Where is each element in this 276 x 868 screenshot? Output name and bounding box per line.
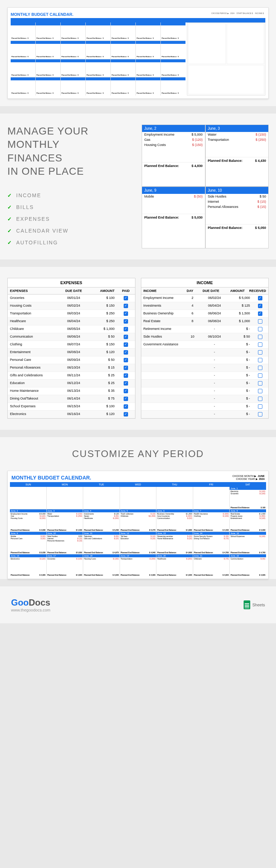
calendar-cell: June, 3Water$ (150)Transportation$ (250)… (47, 509, 83, 531)
checkbox[interactable] (258, 389, 262, 393)
expenses-table: EXPENSES EXPENSESDUE DATEAMOUNTPAID Groc… (7, 278, 135, 419)
features-heading: MANAGE YOUR MONTHLY FINANCES IN ONE PLAC… (7, 125, 134, 178)
calendar-cell: June, 7Health Insurance$ (300)Clothing$ … (193, 509, 230, 531)
table-row: Government Assistance-$ - (141, 341, 269, 349)
check-icon: ✓ (7, 216, 13, 222)
checkbox[interactable] (124, 412, 128, 416)
checkbox[interactable] (124, 366, 128, 370)
checkbox[interactable] (258, 296, 262, 300)
customize-section: CUSTOMIZE ANY PERIOD MONTHLY BUDGET CALE… (0, 437, 276, 579)
table-row: Personal Allowances06/10/24$ 15 (8, 364, 135, 372)
table-row: Home Maintenance06/13/24$ 35 (8, 387, 135, 395)
calendar-cell: June, 11Television$ (50)Gifts and Celebr… (83, 532, 120, 554)
table-row: Investments406/04/24$ 125 (141, 302, 269, 310)
hero-title: MONTHLY BUDGET CALENDAR. (11, 11, 74, 18)
checkbox[interactable] (124, 304, 128, 308)
table-row: -$ - (141, 356, 269, 364)
table-row: Side Hustles1006/10/24$ 50 (141, 333, 269, 341)
table-row: Transportation06/03/24$ 250 (8, 310, 135, 318)
calendar-cell: June, 2Employment Income$ 5,000Gas$ (120… (10, 509, 46, 531)
checkbox[interactable] (258, 342, 262, 347)
day-cells-preview: June, 2Employment Income$ 5,000Gas$ (120… (142, 125, 269, 248)
checkbox[interactable] (124, 389, 128, 393)
checkbox[interactable] (258, 373, 262, 378)
mini-calendar: MONTHLY BUDGET CALENDAR. CHOOSE MONTH ▶ … (7, 471, 269, 579)
logo: GooDocs www.thegoodocs.com (11, 597, 50, 612)
table-row: Retirement Income-$ - (141, 325, 269, 333)
customize-heading: CUSTOMIZE ANY PERIOD (0, 437, 276, 471)
table-row: -$ - (141, 411, 269, 418)
day-cell: June, 2Employment Income$ 5,000Gas$ (120… (142, 125, 205, 187)
table-row: -$ - (141, 380, 269, 387)
calendar-cell: June, 18Housing Costs$ (150)Planned End … (83, 554, 120, 576)
calendar-cell (47, 487, 83, 509)
calendar-cell: June, 1Electricity$ (100)Groceries$ (100… (230, 487, 266, 509)
checkbox[interactable] (124, 397, 128, 401)
table-row: School Expenses06/15/24$ 100 (8, 403, 135, 411)
checkbox[interactable] (258, 311, 262, 316)
calendar-cell: June, 6Business Ownership$ 1,500Auto Ins… (156, 509, 193, 531)
calendar-cell: June, 12Toll fees$ (10)Education$ (25)Pl… (120, 532, 156, 554)
hero-section: MONTHLY BUDGET CALENDAR. CHOOSE PERIOD ▶… (0, 0, 276, 106)
checkbox[interactable] (258, 304, 262, 308)
calendar-cell: June, 8Real Estate$ 1,000Property taxes$… (230, 509, 266, 531)
checkbox[interactable] (124, 404, 128, 409)
tables-section: EXPENSES EXPENSESDUE DATEAMOUNTPAID Groc… (0, 267, 276, 430)
checkbox[interactable] (124, 342, 128, 347)
calendar-cell: June, 10Side Hustles$ 50Internet$ (15)Pe… (47, 532, 83, 554)
table-row: Real Estate806/08/24$ 1,000 (141, 318, 269, 325)
checkbox[interactable] (124, 319, 128, 324)
table-row: Business Ownership606/06/24$ 1,500 (141, 310, 269, 318)
table-row: -$ - (141, 372, 269, 380)
checkbox[interactable] (124, 327, 128, 331)
table-row: Personal Care06/09/24$ 50 (8, 356, 135, 364)
table-row: -$ - (141, 349, 269, 356)
footer: GooDocs www.thegoodocs.com Sheets (0, 586, 276, 623)
calendar-cell: June, 15School Expenses$ (100)Planned En… (230, 532, 266, 554)
calendar-cell: June, 14Home Security System$ (30)Dining… (193, 532, 230, 554)
check-icon: ✓ (7, 240, 13, 245)
calendar-cell (120, 487, 156, 509)
table-row: Gifts and Celebrations06/11/24$ 25 (8, 372, 135, 380)
check-icon: ✓ (7, 228, 13, 234)
calendar-cell: June, 13Streaming services$ (20)Home Mai… (156, 532, 193, 554)
checkbox[interactable] (124, 350, 128, 355)
check-icon: ✓ (7, 204, 13, 210)
checkbox[interactable] (258, 412, 262, 416)
sheets-badge: Sheets (244, 600, 265, 609)
calendar-cell: June, 20Healthcare$ (250)Planned End Bal… (156, 554, 193, 576)
checkbox[interactable] (258, 381, 262, 386)
check-icon: ✓ (7, 192, 13, 198)
checkbox[interactable] (258, 358, 262, 362)
checkbox[interactable] (124, 335, 128, 339)
checkbox[interactable] (258, 350, 262, 355)
checkbox[interactable] (258, 327, 262, 331)
day-cell: June, 3Water$ (150)Transportation$ (250)… (205, 125, 269, 187)
checkbox[interactable] (124, 296, 128, 300)
feature-item: ✓CALENDAR VIEW (7, 225, 134, 237)
checkbox[interactable] (258, 397, 262, 401)
table-row: Communication06/06/24$ 50 (8, 333, 135, 341)
features-list: ✓INCOME✓BILLS✓EXPENSES✓CALENDAR VIEW✓AUT… (7, 189, 134, 248)
calendar-cell (156, 487, 193, 509)
table-row: Groceries06/01/24$ 100 (8, 294, 135, 302)
feature-item: ✓AUTOFILLING (7, 237, 134, 248)
table-row: Employment Income206/02/24$ 5,000 (141, 294, 269, 302)
checkbox[interactable] (258, 366, 262, 370)
feature-item: ✓BILLS (7, 201, 134, 213)
checkbox[interactable] (124, 358, 128, 362)
checkbox[interactable] (124, 381, 128, 386)
table-row: -$ - (141, 387, 269, 395)
checkbox[interactable] (258, 319, 262, 324)
checkbox[interactable] (258, 404, 262, 409)
checkbox[interactable] (258, 335, 262, 339)
table-row: Dining Out/Takeout06/14/24$ 75 (8, 395, 135, 403)
checkbox[interactable] (124, 373, 128, 378)
calendar-cell (193, 487, 230, 509)
calendar-cell (10, 487, 46, 509)
table-row: Entertainment06/08/24$ 120 (8, 349, 135, 356)
calendar-cell: June, 17Groceries$ (100)Planned End Bala… (47, 554, 83, 576)
income-table: INCOME INCOMEDAYDUE DATEAMOUNTRECEIVED E… (141, 278, 269, 419)
table-row: Healthcare06/04/24$ 250 (8, 318, 135, 325)
checkbox[interactable] (124, 311, 128, 316)
